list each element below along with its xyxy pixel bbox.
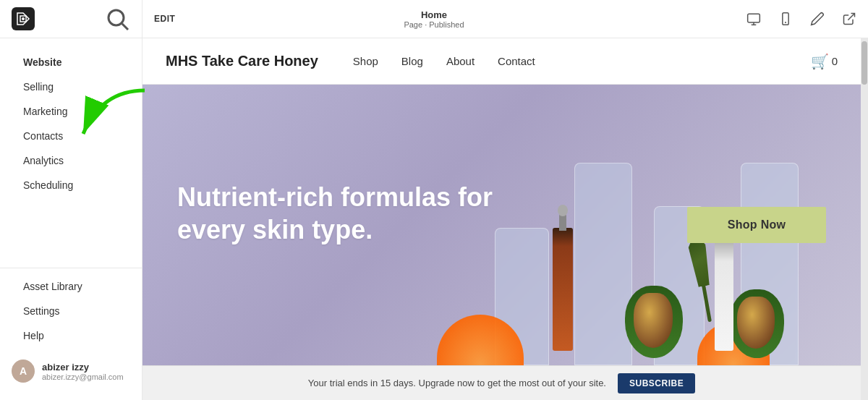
sidebar-item-marketing[interactable]: Marketing xyxy=(6,99,136,124)
sidebar-item-scheduling[interactable]: Scheduling xyxy=(6,173,136,197)
scrollbar[interactable] xyxy=(861,38,868,400)
nav-blog[interactable]: Blog xyxy=(401,55,423,67)
svg-line-3 xyxy=(122,24,128,30)
site-header: MHS Take Care Honey Shop Blog About Cont… xyxy=(142,38,861,85)
avatar: A xyxy=(12,359,35,383)
desktop-view-button[interactable] xyxy=(741,6,767,32)
svg-point-1 xyxy=(22,17,25,20)
pen-tool-button[interactable] xyxy=(804,6,830,32)
user-name: abizer izzy xyxy=(42,362,124,373)
user-email: abizer.izzy@gmail.com xyxy=(42,373,124,381)
cart-area[interactable]: 🛒 0 xyxy=(811,53,838,70)
trial-text: Your trial ends in 15 days. Upgrade now … xyxy=(308,378,606,388)
sidebar: Website Selling Marketing Contacts Analy… xyxy=(0,38,142,400)
sidebar-item-selling[interactable]: Selling xyxy=(6,75,136,99)
nav-shop[interactable]: Shop xyxy=(353,55,378,67)
nav-about[interactable]: About xyxy=(446,55,475,67)
site-logo: MHS Take Care Honey xyxy=(166,53,318,69)
edit-label: EDIT xyxy=(154,14,175,24)
cart-icon: 🛒 xyxy=(811,53,829,70)
page-info: Home Page · Published xyxy=(404,9,464,29)
sidebar-item-help[interactable]: Help xyxy=(6,323,136,348)
app-logo[interactable] xyxy=(12,7,35,30)
site-nav: Shop Blog About Contact xyxy=(353,55,811,67)
svg-point-2 xyxy=(109,10,124,25)
sidebar-item-analytics[interactable]: Analytics xyxy=(6,148,136,173)
hero-content: Nutrient-rich formulas for every skin ty… xyxy=(142,181,537,269)
sidebar-item-website[interactable]: Website xyxy=(6,50,136,75)
nav-contact[interactable]: Contact xyxy=(498,55,535,67)
external-link-button[interactable] xyxy=(836,6,862,32)
svg-rect-4 xyxy=(748,14,760,22)
user-profile[interactable]: A abizer izzy abizer.izzy@gmail.com xyxy=(0,354,142,388)
search-button[interactable] xyxy=(104,6,130,32)
svg-line-9 xyxy=(848,14,854,20)
content-area: MHS Take Care Honey Shop Blog About Cont… xyxy=(142,38,861,400)
cart-count: 0 xyxy=(832,55,838,67)
shop-now-button[interactable]: Shop Now xyxy=(687,207,826,243)
sidebar-item-settings[interactable]: Settings xyxy=(6,299,136,323)
subscribe-button[interactable]: SUBSCRIBE xyxy=(618,373,695,393)
mobile-view-button[interactable] xyxy=(773,6,799,32)
hero-title: Nutrient-rich formulas for every skin ty… xyxy=(177,181,503,246)
page-status: Page · Published xyxy=(404,20,464,29)
sidebar-item-asset-library[interactable]: Asset Library xyxy=(6,274,136,299)
hero-section: Nutrient-rich formulas for every skin ty… xyxy=(142,85,861,365)
trial-banner: Your trial ends in 15 days. Upgrade now … xyxy=(142,365,861,400)
page-title: Home xyxy=(404,9,464,20)
sidebar-item-contacts[interactable]: Contacts xyxy=(6,124,136,148)
